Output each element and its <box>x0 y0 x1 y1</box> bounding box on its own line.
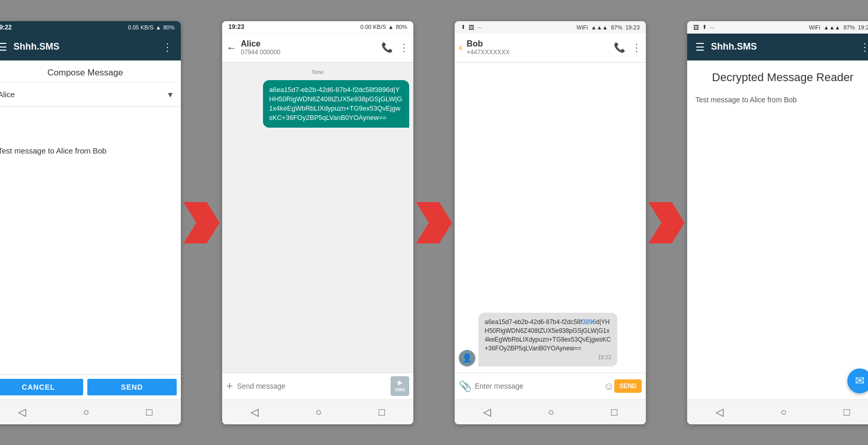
nav-bar-2: ◁ ○ □ <box>222 400 413 424</box>
chat-timestamp: Now <box>226 69 409 75</box>
sms-msg-time: 19:23 <box>485 354 611 361</box>
recipient-label: Alice <box>0 90 168 99</box>
contact-name-3: Bob <box>467 39 614 49</box>
time-1: 19:22 <box>0 24 12 31</box>
status-icons-1: 0.05 KB/S ▲ 80% <box>128 24 175 30</box>
app-title-4: Shhh.SMS <box>711 41 858 52</box>
decrypted-message: Test message to Alice from Bob <box>687 89 868 110</box>
phone-icon-3[interactable]: 📞 <box>614 42 625 53</box>
img-icon-4: 🖼 <box>693 24 699 30</box>
home-nav-icon[interactable]: ○ <box>83 406 89 418</box>
home-nav-4[interactable]: ○ <box>780 406 786 418</box>
toolbar-icons-2: 📞 ⋮ <box>381 41 409 54</box>
signal-4: ▲▲▲ <box>824 24 841 30</box>
battery-3: 87% <box>611 24 622 30</box>
contact-number-2: 07944 000000 <box>241 49 381 56</box>
encrypted-text: a6ea15d7-eb2b-42d6-87b4-f2dc58f3896d|YHH… <box>269 86 402 122</box>
home-nav-3[interactable]: ○ <box>548 406 554 418</box>
svg-marker-1 <box>416 202 452 243</box>
contact-name-2: Alice <box>241 39 381 49</box>
back-icon-3[interactable]: ‹ <box>459 41 462 54</box>
enc-part1: a6ea15d7-eb2b-42d6-87b4-f2dc58f <box>485 318 582 326</box>
recents-nav-icon[interactable]: □ <box>146 406 152 418</box>
signal-text-1: 0.05 KB/S <box>128 24 154 30</box>
sms-send-button[interactable]: SEND <box>614 379 642 393</box>
more-icon-1[interactable]: ⋮ <box>160 39 175 55</box>
emoji-icon[interactable]: ☺ <box>603 380 614 392</box>
back-icon-2[interactable]: ← <box>226 42 237 54</box>
chat-area-2: Now a6ea15d7-eb2b-42d6-87b4-f2dc58f3896d… <box>222 63 413 373</box>
img-icon-3: 🖼 <box>469 24 474 30</box>
avatar-bob: 👤 <box>459 350 475 366</box>
recents-nav-4[interactable]: □ <box>844 406 850 418</box>
time-4: 19:24 <box>858 24 868 30</box>
recents-nav-2[interactable]: □ <box>379 406 385 418</box>
more-icon-4[interactable]: ⋮ <box>858 39 868 55</box>
compose-title: Compose Message <box>0 60 181 83</box>
signal-3: ▲▲▲ <box>591 24 608 30</box>
status-bar-4: 🖼 ⬆ ··· WiFi ▲▲▲ 87% 19:24 <box>687 21 868 34</box>
hamburger-icon-4[interactable]: ☰ <box>693 39 707 55</box>
app-title-1: Shhh.SMS <box>13 41 160 52</box>
compose-buttons: CANCEL SEND <box>0 375 181 400</box>
cancel-button[interactable]: CANCEL <box>0 379 83 395</box>
upload-icon-4: ⬆ <box>702 24 707 30</box>
more-icon-3[interactable]: ⋮ <box>631 41 642 54</box>
send-button[interactable]: SEND <box>87 379 177 395</box>
back-nav-3[interactable]: ◁ <box>483 406 491 418</box>
message-text: Test message to Alice from Bob <box>0 146 173 155</box>
send-sms-button[interactable]: ▶SMS <box>391 376 409 396</box>
decrypted-content: Decrypted Message Reader Test message to… <box>687 60 868 424</box>
toolbar-2: ← Alice 07944 000000 📞 ⋮ <box>222 34 413 63</box>
compose-recipient: Alice ▾ <box>0 83 181 107</box>
status-icons-2: 0.00 KB/S ▲ 80% <box>361 24 407 30</box>
toolbar-4: ☰ Shhh.SMS ⋮ <box>687 34 868 60</box>
decrypted-title: Decrypted Message Reader <box>687 60 868 89</box>
phone-icon-2[interactable]: 📞 <box>381 42 393 53</box>
more-dots-4: ··· <box>710 24 715 30</box>
home-nav-2[interactable]: ○ <box>315 406 321 418</box>
chat-input[interactable] <box>237 382 387 390</box>
battery-2: 80% <box>396 24 407 30</box>
sms-input[interactable] <box>475 382 600 390</box>
chat-input-bar: + ▶SMS <box>222 373 413 400</box>
back-nav-2[interactable]: ◁ <box>251 406 258 418</box>
plus-icon[interactable]: + <box>226 379 233 393</box>
hamburger-icon[interactable]: ☰ <box>0 39 9 55</box>
status-bar-1: 19:22 0.05 KB/S ▲ 80% <box>0 21 181 34</box>
dropdown-icon[interactable]: ▾ <box>168 89 173 100</box>
contact-info-3: Bob +447XXXXXXX <box>467 39 614 56</box>
arrow-3 <box>646 202 687 243</box>
signal-2: 0.00 KB/S <box>361 24 386 30</box>
wifi-icon-2: ▲ <box>388 24 394 30</box>
wifi-icon-4: WiFi <box>809 24 820 30</box>
arrow-2 <box>413 202 455 243</box>
back-nav-icon[interactable]: ◁ <box>18 406 26 418</box>
toolbar-icons-3: 📞 ⋮ <box>614 41 642 54</box>
compose-message-area[interactable]: Test message to Alice from Bob <box>0 107 181 374</box>
contact-info-2: Alice 07944 000000 <box>241 39 381 56</box>
nav-bar-4: ◁ ○ □ <box>687 400 868 424</box>
phone-1: 19:22 0.05 KB/S ▲ 80% ☰ Shhh.SMS ⋮ Compo… <box>0 21 181 424</box>
svg-marker-2 <box>648 202 685 243</box>
encrypted-bubble-sent: a6ea15d7-eb2b-42d6-87b4-f2dc58f3896d|YHH… <box>263 80 409 128</box>
toolbar-3: ‹ Bob +447XXXXXXX 📞 ⋮ <box>455 34 646 63</box>
fab-email[interactable]: ✉ <box>847 369 868 393</box>
more-icon-2[interactable]: ⋮ <box>399 41 409 54</box>
status-bar-3: ⬆ 🖼 ··· WiFi ▲▲▲ 87% 19:23 <box>455 21 646 34</box>
time-2: 19:23 <box>228 23 244 30</box>
recents-nav-3[interactable]: □ <box>611 406 617 418</box>
arrow-1 <box>181 202 222 243</box>
back-nav-4[interactable]: ◁ <box>716 406 723 418</box>
time-3: 19:23 <box>625 24 640 30</box>
wifi-icon: ▲ <box>156 24 161 30</box>
toolbar-1: ☰ Shhh.SMS ⋮ <box>0 34 181 60</box>
sms-chat-area: 👤 a6ea15d7-eb2b-42d6-87b4-f2dc58f3896d|Y… <box>455 63 646 373</box>
attachment-icon[interactable]: 📎 <box>459 380 472 392</box>
sms-message-row: 👤 a6ea15d7-eb2b-42d6-87b4-f2dc58f3896d|Y… <box>459 313 642 366</box>
main-scene: 19:22 0.05 KB/S ▲ 80% ☰ Shhh.SMS ⋮ Compo… <box>0 0 868 445</box>
contact-number-3: +447XXXXXXX <box>467 49 614 56</box>
phone-4: 🖼 ⬆ ··· WiFi ▲▲▲ 87% 19:24 ☰ Shhh.SMS ⋮ <box>687 21 868 424</box>
more-dots-3: ··· <box>477 24 482 30</box>
sms-input-bar: 📎 ☺ SEND <box>455 373 646 400</box>
